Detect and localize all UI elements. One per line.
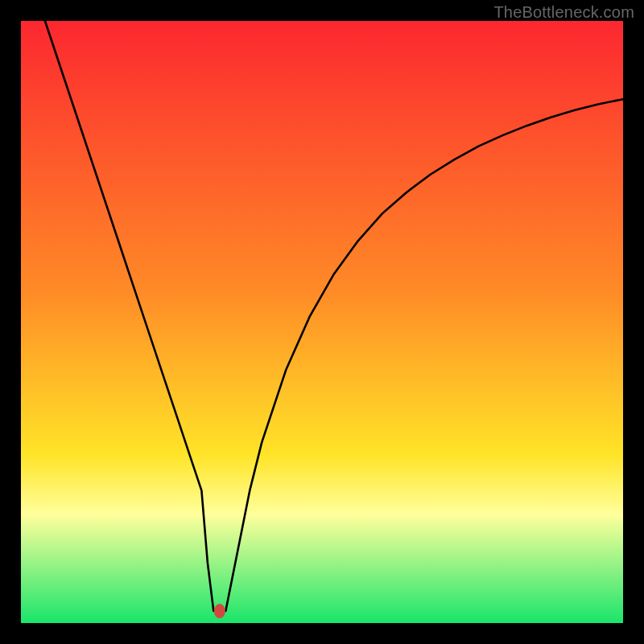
bottleneck-chart [0, 0, 644, 644]
chart-container: TheBottleneck.com [0, 0, 644, 644]
min-point-marker [214, 604, 225, 618]
watermark-text: TheBottleneck.com [493, 3, 634, 22]
plot-area [21, 21, 623, 623]
